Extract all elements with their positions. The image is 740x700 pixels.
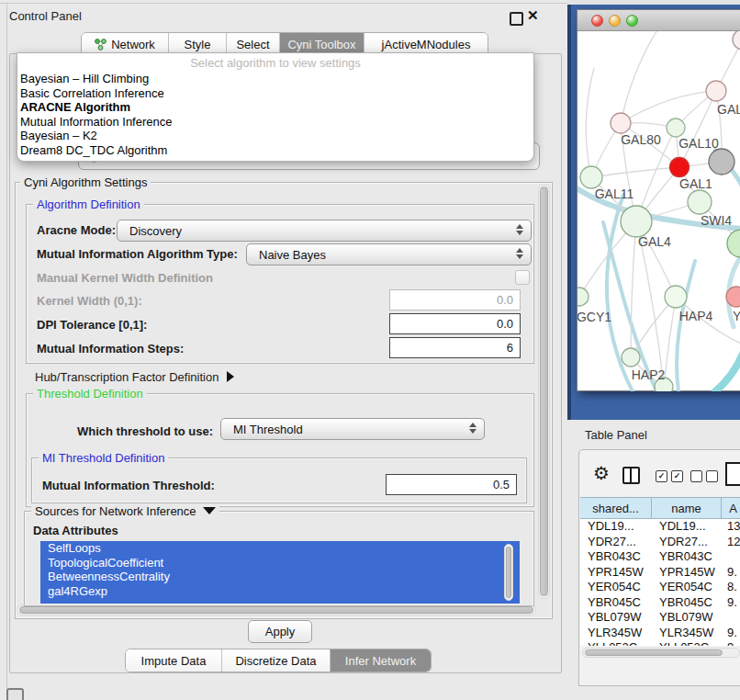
network-canvas[interactable]: GALGAL80GAL10GAL1GAL11GAL4SWI4GCY1HAP4YH… [577, 31, 740, 391]
network-window-titlebar[interactable] [577, 10, 740, 31]
close-window-icon[interactable] [591, 15, 603, 27]
tab-discretize-data[interactable]: Discretize Data [221, 649, 330, 672]
attribute-item-gal4rgexp[interactable]: gal4RGexp [40, 584, 520, 599]
table-cell [722, 549, 740, 565]
table-row[interactable]: YDR27...YDR27...12 [580, 535, 740, 550]
network-node-green-top[interactable] [667, 119, 685, 137]
node-label-gcy1: GCY1 [577, 310, 611, 324]
expander-collapsed-icon [227, 371, 234, 382]
settings-vscroll-thumb[interactable] [540, 186, 548, 596]
tab-label: Select [236, 38, 269, 51]
tab-label: Impute Data [141, 654, 207, 668]
algorithm-option-basic-correlation-inference[interactable]: Basic Correlation Inference [17, 86, 533, 101]
tab-infer-network[interactable]: Infer Network [330, 649, 431, 672]
algorithm-option-mutual-information-inference[interactable]: Mutual Information Inference [17, 115, 533, 130]
table-cell: YBL079W [652, 610, 722, 626]
node-label-gal4: GAL4 [638, 234, 671, 249]
gear-icon[interactable]: ⚙ [593, 463, 610, 483]
deselect-all-checkboxes-icon[interactable] [690, 470, 718, 482]
hub-section-toggle[interactable]: Hub/Transcription Factor Definition [35, 370, 234, 384]
new-table-icon[interactable] [725, 462, 740, 486]
table-row[interactable]: YLR345WYLR345W9. [580, 626, 740, 641]
network-node-hap2[interactable] [622, 348, 640, 367]
minimized-panel-icon[interactable] [6, 688, 24, 700]
control-panel-title: Control Panel [9, 9, 82, 23]
network-node-gcy1[interactable] [577, 288, 589, 306]
network-node-gal7[interactable] [706, 81, 726, 101]
settings-hscroll-thumb[interactable] [19, 606, 533, 614]
network-node-hap4[interactable] [665, 286, 687, 308]
table-row[interactable]: YBR045CYBR045C9. [580, 595, 740, 611]
select-all-checkboxes-icon[interactable]: ✓ ✓ [656, 470, 683, 482]
table-cell: YER054C [580, 580, 652, 595]
node-label-y-pink: Y [733, 309, 740, 323]
settings-vertical-scrollbar[interactable] [538, 184, 550, 599]
table-row[interactable]: YBL079WYBL079W [580, 610, 740, 626]
network-node-gal10[interactable] [709, 149, 734, 175]
aracne-mode-select[interactable]: Discovery [117, 220, 532, 242]
table-row[interactable]: YER054CYER054C8. [580, 580, 740, 595]
apply-button-label: Apply [265, 625, 296, 638]
dpi-tolerance-field[interactable]: 0.0 [389, 313, 521, 334]
column-header-shared[interactable]: shared... [580, 498, 652, 518]
network-node-gal1[interactable] [688, 190, 712, 214]
table-hscroll-thumb[interactable] [585, 649, 723, 656]
node-label-hap4: HAP4 [679, 309, 713, 323]
attribute-list-scrollbar[interactable] [504, 544, 513, 601]
zoom-window-icon[interactable] [626, 15, 638, 27]
tab-label: Style [185, 38, 211, 51]
node-label-swi4: SWI4 [701, 213, 732, 228]
table-row[interactable]: YPR145WYPR145W9. [580, 565, 740, 581]
manual-kernel-checkbox[interactable] [515, 270, 530, 285]
algorithm-option-aracne-algorithm[interactable]: ARACNE Algorithm [17, 100, 533, 115]
cyni-mode-tabbar: Impute DataDiscretize DataInfer Network [125, 649, 432, 672]
table-cell: YLL052C [580, 640, 652, 646]
table-cell: 13 [722, 519, 740, 535]
mi-threshold-field[interactable]: 0.5 [386, 474, 517, 495]
network-node-red-node[interactable] [670, 158, 690, 177]
network-node-swi4[interactable] [727, 230, 740, 257]
sources-group-title[interactable]: Sources for Network Inference [31, 504, 219, 518]
data-attributes-list: SelfLoopsTopologicalCoefficientBetweenne… [40, 541, 520, 604]
attribute-list-scroll-thumb[interactable] [506, 547, 511, 598]
algorithm-option-bayesian-k2[interactable]: Bayesian – K2 [17, 129, 533, 143]
window-left-border [6, 3, 7, 700]
tab-label: Discretize Data [235, 654, 316, 668]
network-node-gal11[interactable] [580, 166, 602, 188]
mi-type-select[interactable]: Naive Bayes [246, 243, 532, 265]
which-threshold-select[interactable]: MI Threshold [220, 418, 485, 440]
table-cell: YLR345W [580, 626, 652, 641]
table-header-row[interactable]: shared...nameA [580, 497, 740, 519]
table-cell: 12 [722, 535, 740, 550]
column-header-a[interactable]: A [722, 498, 740, 518]
manual-kernel-label: Manual Kernel Width Definition [37, 271, 213, 285]
table-cell: YDR27... [580, 535, 652, 550]
network-edge [591, 167, 679, 177]
table-row[interactable]: YDL19...YDL19...13 [580, 519, 740, 535]
close-panel-icon[interactable]: ✕ [527, 7, 539, 24]
table-horizontal-scrollbar[interactable] [582, 648, 740, 658]
tab-label: Network [111, 38, 155, 51]
network-node-edge-node[interactable] [733, 31, 740, 50]
minimize-window-icon[interactable] [609, 15, 621, 27]
algorithm-option-dream8-dc-tdc-algorithm[interactable]: Dream8 DC_TDC Algorithm [17, 143, 533, 158]
column-header-name[interactable]: name [652, 498, 722, 518]
apply-button[interactable]: Apply [248, 620, 312, 643]
table-cell: 9 [722, 640, 740, 646]
network-node-gal4[interactable] [621, 206, 652, 237]
mi-steps-field[interactable]: 6 [389, 337, 521, 358]
attribute-item-selfloops[interactable]: SelfLoops [40, 541, 520, 556]
table-row[interactable]: YBR043CYBR043C [580, 549, 740, 565]
algorithm-option-bayesian-hill-climbing[interactable]: Bayesian – Hill Climbing [17, 72, 533, 86]
float-panel-icon[interactable] [510, 12, 523, 26]
attribute-item-topologicalcoefficient[interactable]: TopologicalCoefficient [40, 556, 520, 570]
table-cell: YPR145W [580, 565, 652, 581]
dpi-tolerance-label: DPI Tolerance [0,1]: [37, 318, 147, 332]
network-node-gal80[interactable] [611, 113, 631, 133]
split-columns-icon[interactable] [622, 467, 640, 484]
table-row[interactable]: YLL052CYLL052C9 [580, 640, 740, 646]
network-view-window[interactable]: GALGAL80GAL10GAL1GAL11GAL4SWI4GCY1HAP4YH… [577, 9, 740, 391]
tab-impute-data[interactable]: Impute Data [126, 649, 221, 672]
attribute-item-betweennesscentrality[interactable]: BetweennessCentrality [40, 570, 520, 584]
kernel-width-field[interactable]: 0.0 [389, 289, 521, 310]
